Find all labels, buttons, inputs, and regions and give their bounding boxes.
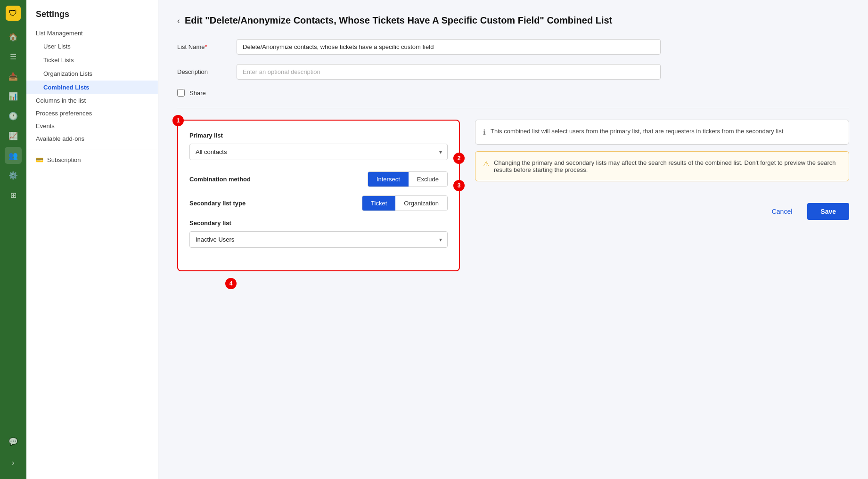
editor-area: 1 Primary list All contacts ▾ 2 Combinat…: [177, 120, 849, 271]
nav-reports-icon[interactable]: 📊: [5, 88, 22, 105]
nav-settings-icon[interactable]: ⚙️: [5, 167, 22, 184]
sidebar-section-events[interactable]: Events: [26, 120, 158, 132]
sidebar-item-subscription[interactable]: 💳 Subscription: [26, 153, 158, 167]
primary-list-select[interactable]: All contacts: [189, 144, 448, 160]
description-label: Description: [177, 68, 229, 75]
nav-inbox-icon[interactable]: 📥: [5, 68, 22, 85]
combination-toggle-group: Intersect Exclude: [368, 171, 448, 187]
nav-users-icon[interactable]: 👥: [5, 147, 22, 164]
badge-2: 2: [453, 153, 465, 164]
list-name-row: List Name*: [177, 39, 849, 55]
secondary-list-label: Secondary list: [189, 219, 448, 227]
share-row: Share: [177, 89, 849, 97]
secondary-list-select[interactable]: Inactive Users: [189, 231, 448, 248]
page-header: ‹ Edit "Delete/Anonymize Contacts, Whose…: [177, 15, 849, 26]
description-row: Description: [177, 64, 849, 80]
icon-bar: 🛡 🏠 ☰ 📥 📊 🕐 📈 👥 ⚙️ ⊞ 💬 ›: [0, 0, 26, 479]
ticket-button[interactable]: Ticket: [362, 196, 395, 211]
sidebar-section-columns[interactable]: Columns in the list: [26, 94, 158, 107]
info-box-primary: ℹ This combined list will select users f…: [475, 120, 849, 145]
info-panels: ℹ This combined list will select users f…: [475, 120, 849, 220]
form-section: List Name* Description Share: [177, 39, 849, 97]
exclude-button[interactable]: Exclude: [409, 172, 447, 187]
description-input[interactable]: [237, 64, 661, 80]
intersect-button[interactable]: Intersect: [368, 172, 409, 187]
nav-home-icon[interactable]: 🏠: [5, 28, 22, 45]
action-row: Cancel Save: [475, 203, 849, 220]
back-button[interactable]: ‹: [177, 16, 180, 25]
section-divider: [177, 108, 849, 108]
list-name-input[interactable]: [237, 39, 661, 55]
organization-button[interactable]: Organization: [395, 196, 447, 211]
nav-clock-icon[interactable]: 🕐: [5, 107, 22, 124]
warning-triangle-icon: ⚠: [483, 160, 489, 168]
page-title: Edit "Delete/Anonymize Contacts, Whose T…: [185, 15, 612, 26]
secondary-list-type-label: Secondary list type: [189, 200, 246, 207]
info-warning-text: Changing the primary and secondary lists…: [494, 159, 841, 173]
nav-menu-icon[interactable]: ☰: [5, 48, 22, 65]
sidebar: Settings List Management User Lists Tick…: [26, 0, 158, 479]
main-content: ‹ Edit "Delete/Anonymize Contacts, Whose…: [158, 0, 868, 479]
secondary-type-toggle-group: Ticket Organization: [362, 195, 448, 211]
info-box-warning: ⚠ Changing the primary and secondary lis…: [475, 151, 849, 181]
sidebar-item-combined-lists[interactable]: Combined Lists: [26, 81, 158, 94]
cancel-button[interactable]: Cancel: [762, 203, 802, 220]
sidebar-item-organization-lists[interactable]: Organization Lists: [26, 67, 158, 81]
sidebar-item-user-lists[interactable]: User Lists: [26, 40, 158, 53]
combination-method-row: Combination method Intersect Exclude: [189, 171, 448, 187]
nav-grid-icon[interactable]: ⊞: [5, 187, 22, 203]
share-label: Share: [189, 89, 206, 97]
info-primary-text: This combined list will select users fro…: [491, 128, 783, 135]
info-circle-icon: ℹ: [483, 128, 486, 137]
sidebar-section-addons[interactable]: Available add-ons: [26, 132, 158, 145]
sidebar-title: Settings: [26, 9, 158, 27]
badge-1: 1: [172, 115, 184, 126]
sidebar-section-process-prefs[interactable]: Process preferences: [26, 107, 158, 120]
primary-list-select-wrapper: All contacts ▾: [189, 144, 448, 160]
subscription-icon: 💳: [36, 156, 43, 163]
secondary-list-type-row: Secondary list type Ticket Organization: [189, 195, 448, 211]
primary-box: 1 Primary list All contacts ▾ 2 Combinat…: [177, 120, 460, 271]
combination-method-label: Combination method: [189, 176, 251, 183]
primary-list-label: Primary list: [189, 132, 448, 139]
sidebar-section-list-management[interactable]: List Management: [26, 27, 158, 40]
nav-analytics-icon[interactable]: 📈: [5, 127, 22, 144]
list-name-label: List Name*: [177, 43, 229, 50]
share-checkbox[interactable]: [177, 89, 185, 97]
badge-4: 4: [225, 278, 237, 289]
sidebar-divider: [26, 149, 158, 149]
sidebar-item-ticket-lists[interactable]: Ticket Lists: [26, 53, 158, 67]
badge-3: 3: [453, 180, 465, 191]
nav-chat-icon[interactable]: 💬: [5, 433, 22, 450]
nav-expand-icon[interactable]: ›: [5, 455, 22, 471]
save-button[interactable]: Save: [807, 203, 849, 220]
secondary-list-select-wrapper: Inactive Users ▾: [189, 231, 448, 248]
app-logo: 🛡: [6, 6, 21, 21]
